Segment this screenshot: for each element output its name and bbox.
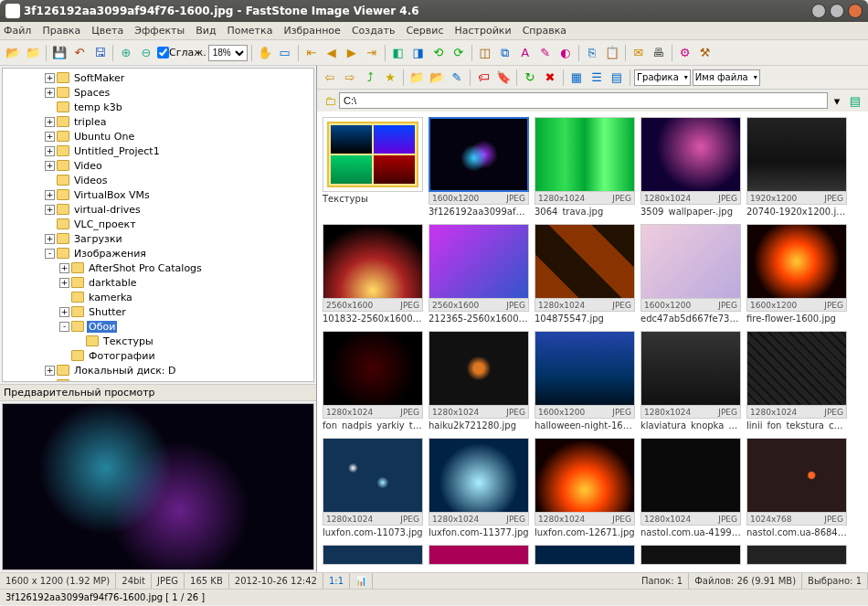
tree-expander-icon[interactable]: - — [59, 322, 69, 332]
menu-Вид[interactable]: Вид — [196, 25, 216, 37]
tree-expander-icon[interactable]: + — [45, 73, 55, 83]
settings2-icon[interactable]: ⚒ — [696, 44, 715, 62]
copy-to-icon[interactable]: 📁 — [408, 69, 426, 87]
thumbnail[interactable]: 1280x1024JPEG3064_trava.jpg — [535, 117, 635, 217]
thumbnail[interactable] — [746, 545, 847, 565]
thumbnail[interactable]: 1280x1024JPEGlinii_fon_tekstura_che... — [746, 331, 847, 431]
menu-Избранное[interactable]: Избранное — [283, 25, 340, 37]
tree-expander-icon[interactable]: + — [45, 234, 55, 244]
draw-icon[interactable]: ✎ — [536, 44, 555, 62]
print-icon[interactable]: 🖶 — [650, 44, 668, 62]
zoom-out-icon[interactable]: ⊖ — [137, 44, 155, 62]
tag-icon[interactable]: 🏷 — [474, 69, 492, 87]
menu-Файл[interactable]: Файл — [4, 25, 31, 37]
fav-icon[interactable]: ★ — [381, 69, 399, 87]
menu-Настройки[interactable]: Настройки — [455, 25, 512, 37]
filter-icon[interactable]: ▤ — [846, 91, 864, 110]
thumbnail-grid[interactable]: Текстуры1600x1200JPEG3f126192aa3099af94.… — [317, 112, 868, 572]
tree-item[interactable]: +Untitled_Project1 — [5, 144, 312, 158]
tree-expander-icon[interactable]: + — [45, 117, 55, 127]
crop-icon[interactable]: ◫ — [476, 44, 494, 62]
view-thumb-icon[interactable]: ▦ — [567, 69, 586, 87]
menu-Сервис[interactable]: Сервис — [406, 25, 443, 37]
thumbnail[interactable] — [429, 545, 529, 565]
thumbnail[interactable]: 1600x1200JPEGedc47ab5d667fe73c1... — [640, 224, 741, 324]
maximize-button[interactable] — [830, 4, 844, 18]
thumbnail[interactable] — [535, 545, 635, 565]
email-icon[interactable]: ✉ — [630, 44, 648, 62]
menu-Цвета[interactable]: Цвета — [91, 25, 123, 37]
thumbnail[interactable]: 1280x1024JPEGnastol.com.ua-4199.jpg — [640, 438, 741, 537]
first-icon[interactable]: ⇤ — [302, 44, 321, 62]
tree-item[interactable]: +Video — [5, 158, 312, 173]
tree-item[interactable]: Videos — [5, 173, 312, 187]
menu-Справка[interactable]: Справка — [523, 25, 566, 37]
back-icon[interactable]: ⇦ — [321, 69, 339, 87]
thumbnail[interactable]: 1280x1024JPEG3509_wallpaper-.jpg — [640, 117, 741, 217]
tree-item[interactable]: Фотографии — [5, 348, 312, 363]
tag2-icon[interactable]: 🔖 — [494, 69, 513, 87]
tree-expander-icon[interactable]: + — [45, 146, 55, 156]
zoom-select[interactable]: 18% — [208, 45, 248, 61]
thumbnail[interactable]: 1600x1200JPEG3f126192aa3099af94... — [429, 117, 529, 217]
zoom-in-icon[interactable]: ⊕ — [117, 44, 135, 62]
pan-icon[interactable]: ✋ — [256, 44, 274, 62]
tree-expander-icon[interactable]: + — [45, 190, 55, 200]
thumbnail[interactable]: 1600x1200JPEGhalloween-night-1600... — [535, 331, 635, 431]
thumbnail[interactable]: 1600x1200JPEGfire-flower-1600.jpg — [746, 224, 847, 324]
copy-icon[interactable]: ⎘ — [583, 44, 601, 62]
undo-icon[interactable]: ↶ — [70, 44, 89, 62]
last-icon[interactable]: ⇥ — [363, 44, 381, 62]
thumbnail[interactable]: 1280x1024JPEGluxfon.com-11377.jpg — [429, 438, 529, 537]
thumbnail[interactable]: 1920x1200JPEG20740-1920x1200.jpg — [746, 117, 847, 217]
status-ratio[interactable]: 1:1 — [323, 573, 350, 589]
path-input[interactable] — [339, 92, 828, 109]
tree-item[interactable]: Рабочий стол — [5, 377, 312, 382]
menu-Создать[interactable]: Создать — [352, 25, 396, 37]
tree-item[interactable]: +AfterShot Pro Catalogs — [5, 260, 312, 275]
tree-item[interactable]: -Изображения — [5, 246, 312, 260]
tree-item[interactable]: Текстуры — [5, 334, 312, 348]
rotate-right-icon[interactable]: ⟳ — [450, 44, 468, 62]
status-histogram-icon[interactable]: 📊 — [350, 573, 373, 589]
thumbnail[interactable] — [640, 545, 741, 565]
tree-item[interactable]: +VirtualBox VMs — [5, 187, 312, 202]
prev-icon[interactable]: ◀ — [323, 44, 341, 62]
preview-pane[interactable] — [2, 403, 314, 570]
name-dropdown[interactable]: Имя файла — [693, 69, 760, 86]
tree-item[interactable]: +Shutter — [5, 304, 312, 319]
resize-icon[interactable]: ⧉ — [496, 44, 514, 62]
next-icon[interactable]: ▶ — [343, 44, 361, 62]
save-icon[interactable]: 💾 — [50, 44, 69, 62]
refresh-icon[interactable]: ↻ — [521, 69, 539, 87]
tree-item[interactable]: +Spaces — [5, 85, 312, 100]
forward-icon[interactable]: ⇨ — [341, 69, 359, 87]
tree-expander-icon[interactable]: + — [45, 205, 55, 215]
favorite-folder-icon[interactable]: 📁 — [24, 44, 42, 62]
explorer-icon[interactable]: 🗀 — [321, 91, 339, 110]
tree-expander-icon[interactable]: + — [45, 88, 55, 98]
up-icon[interactable]: ⤴ — [361, 69, 379, 87]
minimize-button[interactable] — [811, 4, 826, 18]
thumbnail[interactable]: 1280x1024JPEG104875547.jpg — [535, 224, 635, 324]
delete-icon[interactable]: ✖ — [541, 69, 559, 87]
settings-icon[interactable]: ⚙ — [676, 44, 694, 62]
tool-b-icon[interactable]: ◨ — [409, 44, 428, 62]
tree-item[interactable]: +Ubuntu One — [5, 129, 312, 144]
tree-item[interactable]: +Локальный диск: D — [5, 363, 312, 377]
thumbnail[interactable] — [323, 545, 423, 565]
adjust-icon[interactable]: ◐ — [556, 44, 575, 62]
thumbnail[interactable]: 1280x1024JPEGklaviatura_knopka_ch... — [640, 331, 741, 431]
tree-expander-icon[interactable]: - — [45, 249, 55, 259]
tree-expander-icon[interactable]: + — [45, 366, 55, 376]
thumbnail[interactable]: Текстуры — [323, 117, 423, 217]
move-to-icon[interactable]: 📂 — [428, 69, 446, 87]
thumbnail[interactable]: 2560x1600JPEG212365-2560x1600.jpg — [429, 224, 529, 324]
tree-item[interactable]: temp k3b — [5, 100, 312, 114]
paste-icon[interactable]: 📋 — [603, 44, 621, 62]
tool-a-icon[interactable]: ◧ — [389, 44, 408, 62]
rename-icon[interactable]: ✎ — [448, 69, 466, 87]
path-dropdown-icon[interactable]: ▾ — [828, 91, 846, 110]
tree-item[interactable]: kamerka — [5, 290, 312, 304]
select-icon[interactable]: ▭ — [276, 44, 294, 62]
